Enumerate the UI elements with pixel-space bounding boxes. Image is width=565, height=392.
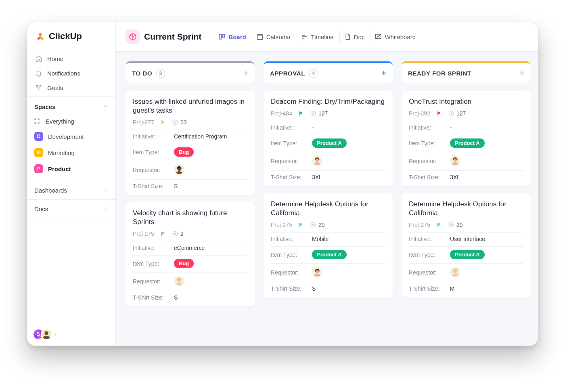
task-meta: Proj-275 29 [409,222,523,228]
item-type-pill: Product A [450,250,485,259]
space-letter-icon: D [34,132,43,141]
task-meta: Proj-392 127 [409,110,523,117]
task-project-id: Proj-275 [409,222,430,228]
svg-point-7 [178,168,181,171]
topbar: Current Sprint Board Calendar Timeline D… [116,22,538,52]
task-card[interactable]: Velocity chart is showing future Sprints… [126,202,255,306]
nav-dashboards-label: Dashboards [34,187,67,194]
nav-notifications-label: Notifications [47,70,80,77]
svg-point-13 [316,159,319,162]
field-label: T-Shirt Size: [133,294,174,301]
field-label: Initiative: [409,236,450,242]
field-value-initiative: Certification Program [174,133,227,140]
add-card-button[interactable]: + [381,69,386,78]
task-card[interactable]: Issues with linked unfurled images in gu… [126,91,255,195]
field-value-itemtype: Bug [174,147,194,157]
space-item-marketing[interactable]: M Marketing [29,145,113,161]
view-tab-doc[interactable]: Doc [339,31,369,43]
task-card[interactable]: Determine Helpdesk Options for Californi… [264,193,393,298]
task-points-value: 127 [456,110,466,117]
clickup-logo-icon [35,31,46,42]
task-meta: Proj-275 29 [271,222,385,228]
field-label: T-Shirt Size: [271,285,312,292]
nav-home[interactable]: Home [29,51,113,66]
sidebar-footer: S [33,329,58,340]
app-window: ClickUp Home Notifications Goals [27,22,538,346]
requestor-avatar [312,155,322,166]
task-points: 2 [172,231,184,237]
whiteboard-icon [375,33,382,40]
task-project-id: Proj-392 [409,110,430,117]
user-avatar[interactable] [41,329,52,340]
svg-point-22 [454,270,457,273]
column-title: APPROVAL [270,70,305,77]
field-value-tshirt: M [450,285,455,292]
svg-rect-1 [220,34,222,39]
space-letter-icon: P [34,164,43,173]
field-label: T-Shirt Size: [409,174,450,180]
field-label: Initiative: [409,124,450,131]
add-card-button[interactable]: + [519,69,524,78]
field-label: Item Type: [409,252,450,258]
home-icon [35,55,42,62]
view-tab-label: Whiteboard [385,34,416,40]
nav-docs[interactable]: Docs [27,199,115,218]
field-value-tshirt: S [174,294,178,301]
field-label: Item Type: [271,140,312,147]
view-tab-calendar[interactable]: Calendar [252,31,295,43]
field-value-itemtype: Product A [312,138,347,148]
requestor-avatar [174,276,184,286]
column-header: APPROVAL4 + [264,61,393,84]
task-card[interactable]: Determine Helpdesk Options for Californi… [402,193,531,298]
view-tab-whiteboard[interactable]: Whiteboard [370,31,420,43]
field-value-tshirt: 3XL [312,174,322,180]
space-item-label: Development [48,133,84,140]
field-label: Requestor: [271,269,312,276]
space-item-product[interactable]: P Product [29,161,113,177]
priority-flag-icon [436,111,442,116]
view-tab-board[interactable]: Board [214,31,250,43]
field-label: Requestor: [133,167,174,173]
kanban-board: TO DO3 + Issues with linked unfurled ima… [116,52,538,346]
field-label: Item Type: [133,149,174,155]
chevron-right-icon [103,205,108,212]
field-label: Item Type: [409,140,450,147]
nav-goals[interactable]: Goals [29,80,113,95]
field-value-initiative: eCommerce [174,245,205,251]
space-everything[interactable]: Everything [29,114,113,128]
column-count-badge: 4 [309,69,318,78]
field-label: Item Type: [133,260,174,267]
task-title: Deacom Finding: Dry/Trim/Packaging [271,97,385,106]
field-value-initiative: - [450,124,452,131]
space-item-development[interactable]: D Development [29,128,113,145]
svg-point-0 [45,331,48,335]
page-title: Current Sprint [144,32,201,42]
svg-point-10 [178,279,181,283]
priority-flag-icon [298,111,304,116]
view-tab-timeline[interactable]: Timeline [297,31,338,43]
calendar-icon [256,33,264,40]
task-card[interactable]: OneTrust Integration Proj-392 127 Initia… [402,91,531,186]
nav-dashboards[interactable]: Dashboards [27,181,115,199]
main-area: Current Sprint Board Calendar Timeline D… [116,22,538,346]
field-value-itemtype: Product A [450,138,485,148]
field-value-tshirt: S [174,183,178,189]
field-label: T-Shirt Size: [133,183,174,189]
priority-flag-icon [160,231,166,237]
view-tab-label: Calendar [266,34,291,40]
board-column: APPROVAL4 + Deacom Finding: Dry/Trim/Pac… [264,61,393,336]
nav-notifications[interactable]: Notifications [29,66,113,80]
task-project-id: Proj-275 [271,222,292,228]
app-logo[interactable]: ClickUp [27,22,115,50]
doc-icon [344,33,351,40]
add-card-button[interactable]: + [243,69,248,78]
task-card[interactable]: Deacom Finding: Dry/Trim/Packaging Proj-… [264,91,393,186]
spaces-header[interactable]: Spaces [27,96,115,114]
priority-flag-icon [160,119,166,125]
requestor-avatar [174,164,184,175]
item-type-pill: Product A [450,138,485,148]
task-points: 127 [310,110,328,117]
app-name: ClickUp [49,31,82,42]
caret-down-icon[interactable] [54,331,58,338]
space-item-label: Marketing [48,149,75,156]
